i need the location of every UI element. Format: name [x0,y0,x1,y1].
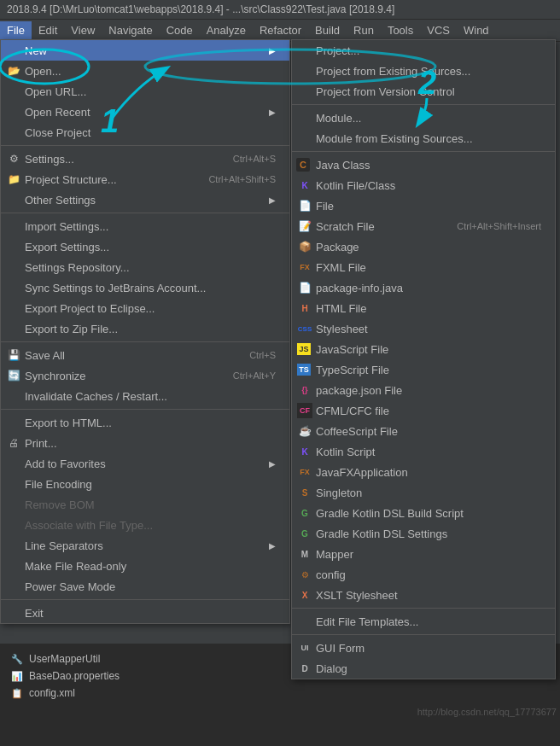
menu-refactor[interactable]: Refactor [253,21,308,39]
menu-item-edit-file-templates[interactable]: Edit File Templates... [292,611,555,632]
menu-analyze[interactable]: Analyze [200,21,253,39]
menu-item-label: Scratch File [316,220,375,233]
menu-item-make-read-only[interactable]: Make File Read-only [1,556,289,576]
menu-item-scratch-file[interactable]: 📝 Scratch File Ctrl+Alt+Shift+Insert [292,216,555,236]
kotlin-script-icon: K [297,444,312,459]
menu-item-file[interactable]: 📄 File [292,195,555,216]
menu-item-typescript[interactable]: TS TypeScript File [292,359,555,380]
menu-item-module-existing[interactable]: Module from Existing Sources... [292,128,555,149]
javafx-icon: FX [297,464,312,480]
menu-item-label: Module from Existing Sources... [316,132,473,145]
menu-item-add-favorites[interactable]: Add to Favorites ▶ [1,453,289,474]
menu-item-import-settings[interactable]: Import Settings... [1,216,289,236]
menu-item-xslt[interactable]: X XSLT Stylesheet [292,585,555,605]
menu-file[interactable]: File [0,21,32,39]
menu-item-line-separators[interactable]: Line Separators ▶ [1,535,289,556]
watermark: http://blog.csdn.net/qq_17773677 [414,703,560,720]
menu-item-label: New [25,44,47,57]
menu-item-singleton[interactable]: S Singleton [292,482,555,503]
menu-item-package-json[interactable]: {} package.json File [292,380,555,400]
menu-item-other-settings[interactable]: Other Settings ▶ [1,189,289,210]
menu-item-label: File Encoding [25,478,92,491]
menu-item-fxml[interactable]: FX FXML File [292,257,555,277]
menu-item-sync-jetbrains[interactable]: Sync Settings to JetBrains Account... [1,277,289,298]
menu-item-label: package-info.java [316,282,403,294]
menu-item-open-recent[interactable]: Open Recent ▶ [1,102,289,122]
menu-item-label: Kotlin File/Class [316,179,395,192]
menu-window[interactable]: Wind [457,21,496,39]
menu-item-javafx[interactable]: FX JavaFXApplication [292,462,555,482]
menu-item-label: Project from Existing Sources... [316,65,470,78]
menu-item-print[interactable]: 🖨 Print... [1,433,289,453]
submenu-arrow-icon: ▶ [269,108,276,117]
menu-item-dialog[interactable]: D Dialog [292,658,555,679]
separator [1,213,289,213]
menu-item-exit[interactable]: Exit [1,603,289,623]
menu-item-project-existing[interactable]: Project from Existing Sources... [292,61,555,81]
menu-item-project-structure[interactable]: 📁 Project Structure... Ctrl+Alt+Shift+S [1,169,289,189]
menu-navigate[interactable]: Navigate [102,21,159,39]
project-structure-icon: 📁 [6,172,21,187]
settings-icon: ⚙ [6,151,21,166]
menu-item-open-url[interactable]: Open URL... [1,81,289,102]
menu-item-label: Print... [25,437,57,450]
css-icon: CSS [297,321,312,336]
submenu-arrow-icon: ▶ [269,541,276,551]
menu-item-label: Close Project [25,126,90,139]
separator [1,341,289,342]
menu-item-coffeescript[interactable]: ☕ CoffeeScript File [292,421,555,441]
menu-code[interactable]: Code [160,21,200,39]
menu-item-label: Save All [25,349,65,362]
menu-item-export-eclipse[interactable]: Export Project to Eclipse... [1,298,289,318]
ts-icon: TS [297,364,311,376]
menu-item-java-class[interactable]: C Java Class [292,154,555,175]
menu-item-kotlin-file[interactable]: K Kotlin File/Class [292,175,555,195]
menu-build[interactable]: Build [308,21,347,39]
menu-item-label: Edit File Templates... [316,615,418,628]
menu-item-label: HTML File [316,302,366,315]
menu-item-export-settings[interactable]: Export Settings... [1,236,289,257]
menu-view[interactable]: View [64,21,102,39]
menu-item-label: package.json File [316,384,402,397]
menu-item-label: Gradle Kotlin DSL Build Script [316,507,464,520]
menu-item-stylesheet[interactable]: CSS Stylesheet [292,318,555,339]
menu-item-export-html[interactable]: Export to HTML... [1,412,289,433]
separator [292,608,555,609]
menu-item-cfml[interactable]: CF CFML/CFC file [292,400,555,421]
menu-item-project-vcs[interactable]: Project from Version Control [292,81,555,102]
menu-item-power-save[interactable]: Power Save Mode [1,576,289,597]
menu-item-gradle-kotlin-build[interactable]: G Gradle Kotlin DSL Build Script [292,503,555,523]
menu-item-gradle-kotlin-settings[interactable]: G Gradle Kotlin DSL Settings [292,523,555,544]
menu-item-export-zip[interactable]: Export to Zip File... [1,318,289,339]
menu-item-config[interactable]: ⚙ config [292,564,555,585]
menu-item-invalidate-caches[interactable]: Invalidate Caches / Restart... [1,386,289,406]
menu-item-html[interactable]: H HTML File [292,298,555,318]
menu-item-javascript[interactable]: JS JavaScript File [292,339,555,359]
list-item: 📋 config.xml [7,685,553,702]
menu-item-settings-repo[interactable]: Settings Repository... [1,257,289,277]
menu-item-settings[interactable]: ⚙ Settings... Ctrl+Alt+S [1,149,289,169]
menu-item-close-project[interactable]: Close Project [1,122,289,143]
menu-item-package[interactable]: 📦 Package [292,236,555,257]
menu-item-label: Line Separators [25,539,103,552]
mapper-icon: M [297,546,312,562]
menu-item-gui-form[interactable]: UI GUI Form [292,638,555,658]
menu-item-file-encoding[interactable]: File Encoding [1,474,289,494]
menu-tools[interactable]: Tools [381,21,420,39]
menu-item-new[interactable]: New ▶ [1,40,289,61]
menu-item-synchronize[interactable]: 🔄 Synchronize Ctrl+Alt+Y [1,365,289,386]
menu-item-kotlin-script[interactable]: K Kotlin Script [292,441,555,462]
menu-item-label: Project from Version Control [316,85,455,98]
menu-item-open[interactable]: 📂 Open... [1,61,289,81]
menu-run[interactable]: Run [347,21,381,39]
menu-item-package-info[interactable]: 📄 package-info.java [292,277,555,298]
menu-item-label: File [316,200,334,213]
menu-item-save-all[interactable]: 💾 Save All Ctrl+S [1,345,289,365]
menu-item-module[interactable]: Module... [292,108,555,128]
coffee-icon: ☕ [297,423,312,439]
menu-vcs[interactable]: VCS [420,21,457,39]
menu-edit[interactable]: Edit [32,21,64,39]
menu-item-mapper[interactable]: M Mapper [292,544,555,564]
menu-item-label: Export Project to Eclipse... [25,302,155,315]
menu-item-project[interactable]: Project... [292,40,555,61]
